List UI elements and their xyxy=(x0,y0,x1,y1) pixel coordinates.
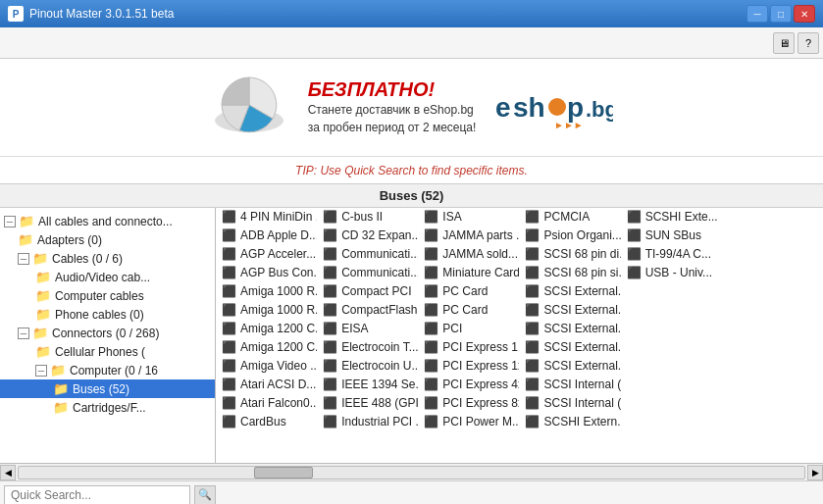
tree-item-buses[interactable]: 📁 Buses (52) xyxy=(0,379,215,398)
list-item[interactable]: ⬛C-bus II xyxy=(317,208,418,227)
tree-toggle-connectors[interactable]: ─ xyxy=(18,328,29,339)
list-item[interactable]: ⬛JAMMA sold... xyxy=(418,245,519,264)
search-button[interactable]: 🔍 xyxy=(194,485,216,505)
list-item[interactable] xyxy=(722,338,823,357)
list-item[interactable]: ⬛EISA xyxy=(317,320,418,338)
tree-toggle-computer[interactable]: ─ xyxy=(35,365,47,377)
tree-item-cartridges[interactable]: 📁 Cartridges/F... xyxy=(0,398,215,417)
list-item[interactable]: ⬛Atari ACSI D... xyxy=(216,376,317,394)
list-item[interactable]: ⬛PCI Express 1x xyxy=(418,357,519,376)
list-item[interactable]: ⬛PCI Power M... xyxy=(418,413,519,431)
list-item[interactable]: ⬛Electrocoin T... xyxy=(317,338,418,357)
search-input[interactable] xyxy=(4,485,190,505)
tree-item-root[interactable]: ─ 📁 All cables and connecto... xyxy=(0,212,215,230)
list-item[interactable]: ⬛IEEE 488 (GPI... xyxy=(317,394,418,413)
list-panel[interactable]: ⬛4 PIN MiniDin ... ⬛C-bus II ⬛ISA ⬛PCMCI… xyxy=(216,208,823,463)
restore-button[interactable]: □ xyxy=(770,5,792,23)
tree-item-av-cables[interactable]: 📁 Audio/Video cab... xyxy=(0,268,215,286)
list-item[interactable]: ⬛SCSI 68 pin di... xyxy=(519,245,620,264)
list-item[interactable] xyxy=(722,245,823,264)
list-item[interactable] xyxy=(621,301,722,320)
list-item[interactable] xyxy=(722,376,823,394)
list-item[interactable] xyxy=(621,394,722,413)
list-item[interactable]: ⬛SCSI External... xyxy=(519,301,620,320)
tree-toggle-root[interactable]: ─ xyxy=(4,216,16,227)
list-item[interactable] xyxy=(722,394,823,413)
list-item[interactable]: ⬛CardBus xyxy=(216,413,317,431)
list-item[interactable]: ⬛PCI Express 4x xyxy=(418,376,519,394)
list-item[interactable] xyxy=(722,413,823,431)
scroll-left-button[interactable]: ◀ xyxy=(0,465,16,480)
list-item[interactable] xyxy=(722,320,823,338)
list-item[interactable]: ⬛Industrial PCI ... xyxy=(317,413,418,431)
list-item[interactable] xyxy=(621,413,722,431)
tree-item-adapters[interactable]: 📁 Adapters (0) xyxy=(0,230,215,249)
list-item[interactable]: ⬛IEEE 1394 Se... xyxy=(317,376,418,394)
toolbar-button-help[interactable]: ? xyxy=(797,32,819,54)
tree-panel[interactable]: ─ 📁 All cables and connecto... 📁 Adapter… xyxy=(0,208,216,463)
list-item[interactable]: ⬛CompactFlash xyxy=(317,301,418,320)
list-item[interactable] xyxy=(722,282,823,301)
tree-item-computer[interactable]: ─ 📁 Computer (0 / 16 xyxy=(0,361,215,379)
list-item[interactable]: ⬛PCI xyxy=(418,320,519,338)
scroll-track[interactable] xyxy=(18,466,805,479)
list-item[interactable]: ⬛Amiga 1000 R... xyxy=(216,301,317,320)
list-item[interactable]: ⬛Amiga 1000 R... xyxy=(216,282,317,301)
list-item[interactable] xyxy=(621,282,722,301)
list-item[interactable]: ⬛4 PIN MiniDin ... xyxy=(216,208,317,227)
list-item[interactable]: ⬛SCSI External... xyxy=(519,338,620,357)
toolbar-button-1[interactable]: 🖥 xyxy=(773,32,795,54)
list-item[interactable]: ⬛AGP Acceler... xyxy=(216,245,317,264)
list-item[interactable]: ⬛PC Card xyxy=(418,301,519,320)
horizontal-scrollbar[interactable]: ◀ ▶ xyxy=(0,463,823,480)
list-item[interactable]: ⬛Amiga Video ... xyxy=(216,357,317,376)
ad-logo[interactable]: e sh p .bg ►►► xyxy=(495,81,613,133)
list-item[interactable]: ⬛Amiga 1200 C... xyxy=(216,338,317,357)
list-item[interactable]: ⬛ISA xyxy=(418,208,519,227)
list-item[interactable]: ⬛Communicati... xyxy=(317,264,418,282)
scroll-thumb[interactable] xyxy=(254,467,313,479)
tree-item-computer-cables[interactable]: 📁 Computer cables xyxy=(0,286,215,305)
list-item[interactable]: ⬛SCSI 68 pin si... xyxy=(519,264,620,282)
list-item[interactable]: ⬛AGP Bus Con... xyxy=(216,264,317,282)
list-item[interactable]: ⬛USB - Univ... xyxy=(621,264,722,282)
list-item[interactable] xyxy=(722,208,823,227)
tree-item-connectors[interactable]: ─ 📁 Connectors (0 / 268) xyxy=(0,324,215,342)
list-item[interactable]: ⬛Miniature Card xyxy=(418,264,519,282)
list-item[interactable]: ⬛Compact PCI xyxy=(317,282,418,301)
list-item[interactable]: ⬛ADB Apple D... xyxy=(216,227,317,245)
list-item[interactable]: ⬛PC Card xyxy=(418,282,519,301)
list-item[interactable]: ⬛SCSI External... xyxy=(519,282,620,301)
list-item[interactable]: ⬛SCSHI Exte... xyxy=(621,208,722,227)
tree-item-cables[interactable]: ─ 📁 Cables (0 / 6) xyxy=(0,249,215,268)
list-item[interactable]: ⬛PCMCIA xyxy=(519,208,620,227)
list-item[interactable]: ⬛JAMMA parts ... xyxy=(418,227,519,245)
list-item[interactable] xyxy=(621,357,722,376)
list-item[interactable]: ⬛SCSI External... xyxy=(519,357,620,376)
list-item[interactable]: ⬛CD 32 Expan... xyxy=(317,227,418,245)
list-item[interactable] xyxy=(621,338,722,357)
list-item[interactable]: ⬛TI-99/4A C... xyxy=(621,245,722,264)
list-item[interactable]: ⬛SCSI External... xyxy=(519,320,620,338)
close-button[interactable]: ✕ xyxy=(794,5,815,23)
list-item[interactable]: ⬛Psion Organi... xyxy=(519,227,620,245)
list-item[interactable]: ⬛PCI Express 1... xyxy=(418,338,519,357)
list-item[interactable]: ⬛SUN SBus xyxy=(621,227,722,245)
list-item[interactable] xyxy=(722,227,823,245)
list-item[interactable] xyxy=(722,264,823,282)
list-item[interactable] xyxy=(722,357,823,376)
list-item[interactable]: ⬛SCSI Internal (... xyxy=(519,376,620,394)
tree-item-cellular[interactable]: 📁 Cellular Phones ( xyxy=(0,342,215,361)
list-item[interactable] xyxy=(621,320,722,338)
list-item[interactable]: ⬛Atari Falcon0... xyxy=(216,394,317,413)
list-item[interactable]: ⬛Communicati... xyxy=(317,245,418,264)
list-item[interactable] xyxy=(621,376,722,394)
list-item[interactable]: ⬛Electrocoin U... xyxy=(317,357,418,376)
tree-toggle-cables[interactable]: ─ xyxy=(18,253,29,265)
list-item[interactable]: ⬛Amiga 1200 C... xyxy=(216,320,317,338)
list-item[interactable]: ⬛PCI Express 8x xyxy=(418,394,519,413)
list-item[interactable]: ⬛SCSI Internal (... xyxy=(519,394,620,413)
tree-item-phone-cables[interactable]: 📁 Phone cables (0) xyxy=(0,305,215,324)
list-item[interactable]: ⬛SCSHI Extern... xyxy=(519,413,620,431)
minimize-button[interactable]: ─ xyxy=(746,5,768,23)
